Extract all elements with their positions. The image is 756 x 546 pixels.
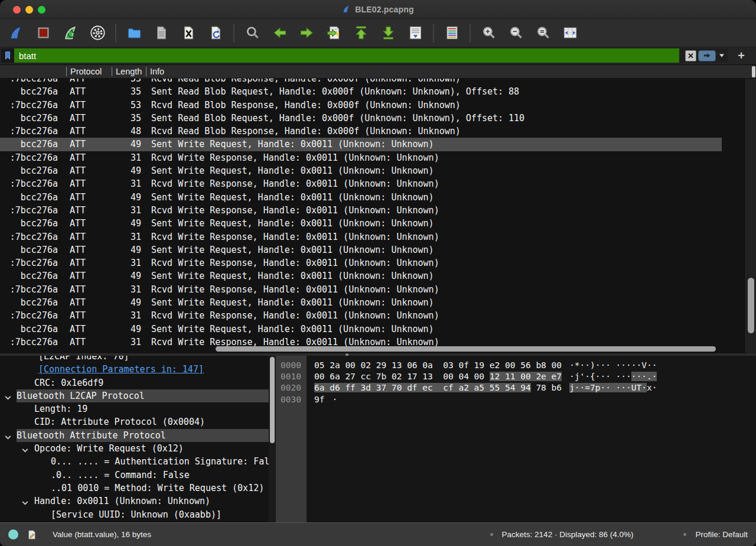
resize-columns-button[interactable] [559, 22, 581, 44]
packet-source: :7bcc276a [0, 125, 66, 138]
packet-protocol: ATT [66, 204, 112, 217]
hex-row[interactable]: 00309f· [276, 394, 756, 405]
hex-row[interactable]: 00206a d6 ff 3d 37 70 df ec cf a2 a5 55 … [276, 382, 756, 394]
packet-protocol: ATT [66, 151, 112, 164]
magnifier-icon [245, 25, 260, 41]
titlebar[interactable]: BLE02.pcapng [0, 0, 756, 19]
minimize-window-button[interactable] [25, 6, 33, 14]
open-file-button[interactable] [123, 22, 145, 44]
first-packet-button[interactable] [350, 22, 372, 44]
hex-row[interactable]: 000005 2a 00 02 29 13 06 0a 03 0f 19 e2 … [276, 360, 756, 371]
packet-row[interactable]: bcc276aATT35Sent Read Blob Request, Hand… [0, 112, 722, 125]
packet-row[interactable]: bcc276aATT35Sent Read Blob Request, Hand… [0, 85, 722, 98]
filter-apply-button[interactable] [698, 50, 716, 61]
packet-row[interactable]: :7bcc276aATT31Rcvd Write Response, Handl… [0, 283, 722, 296]
capture-options-button[interactable] [87, 22, 108, 44]
detail-scrollbar-thumb[interactable] [270, 357, 275, 443]
go-forward-button[interactable] [296, 22, 317, 44]
expert-info-icon[interactable] [8, 529, 18, 540]
save-file-button[interactable] [151, 22, 172, 44]
packet-row[interactable]: :7bcc276aATT31Rcvd Write Response, Handl… [0, 204, 722, 217]
profile-selector[interactable]: Profile: Default [695, 530, 748, 539]
zoom-out-button[interactable] [505, 22, 526, 44]
expand-chevron-icon[interactable] [4, 392, 12, 400]
detail-tree-row[interactable]: Length: 19 [0, 402, 269, 415]
packet-row[interactable]: :7bcc276aATT31Rcvd Write Response, Handl… [0, 151, 722, 164]
restart-capture-button[interactable] [60, 22, 81, 44]
expand-chevron-icon[interactable] [21, 498, 29, 505]
packet-row[interactable]: :7bcc276aATT53Rcvd Read Blob Response, H… [0, 79, 722, 85]
last-packet-button[interactable] [377, 22, 399, 44]
column-header-source[interactable] [0, 67, 66, 76]
go-to-packet-button[interactable] [323, 22, 344, 44]
filter-clear-button[interactable]: ✕ [685, 50, 696, 61]
filter-bookmark-button[interactable] [1, 48, 14, 63]
find-packet-button[interactable] [242, 22, 263, 44]
stop-capture-button[interactable] [32, 22, 54, 44]
hex-bytes: 6a d6 ff 3d 37 70 df ec cf a2 a5 55 54 9… [314, 382, 562, 394]
packet-length: 49 [112, 296, 146, 309]
maximize-window-button[interactable] [38, 6, 45, 14]
close-file-button[interactable] [178, 22, 199, 44]
detail-row-label: 0... .... = Authentication Signature: Fa… [51, 455, 269, 468]
detail-tree-row[interactable]: [Service UUID: Unknown (0xaabb)] [0, 508, 269, 521]
column-header-info[interactable]: Info [146, 67, 756, 76]
detail-tree-row[interactable]: CID: Attribute Protocol (0x0004) [0, 415, 269, 428]
packet-list-vertical-scrollbar[interactable] [745, 79, 756, 353]
column-header-length[interactable]: Length [112, 67, 146, 76]
header-corner-widget[interactable] [752, 66, 755, 77]
detail-tree-row[interactable]: .0.. .... = Command: False [0, 469, 269, 482]
auto-scroll-button[interactable] [405, 22, 426, 44]
packet-row[interactable]: :7bcc276aATT53Rcvd Read Blob Response, H… [0, 99, 722, 112]
detail-tree-row[interactable]: Bluetooth L2CAP Protocol [0, 389, 269, 402]
packet-info: Rcvd Write Response, Handle: 0x0011 (Unk… [146, 177, 722, 190]
filter-add-button[interactable]: + [728, 48, 755, 63]
packet-row[interactable]: bcc276aATT49Sent Write Request, Handle: … [0, 217, 722, 230]
filter-history-dropdown[interactable] [718, 53, 726, 58]
packet-info: Rcvd Read Blob Response, Handle: 0x000f … [146, 79, 722, 85]
packet-source: bcc276a [0, 85, 66, 98]
detail-tree-row[interactable]: Bluetooth Attribute Protocol [0, 429, 269, 442]
window-title-group: BLE02.pcapng [342, 4, 414, 14]
packet-row[interactable]: bcc276aATT49Sent Write Request, Handle: … [0, 243, 722, 256]
packet-row[interactable]: bcc276aATT49Sent Write Request, Handle: … [0, 164, 722, 177]
detail-tree-row[interactable]: Opcode: Write Request (0x12) [0, 442, 269, 455]
packet-length: 31 [112, 177, 146, 190]
expand-chevron-icon[interactable] [4, 432, 12, 440]
packet-row[interactable]: bcc276aATT49Sent Write Request, Handle: … [0, 191, 722, 204]
hex-row[interactable]: 001000 6a 27 cc 7b 02 17 13 00 04 00 12 … [276, 371, 756, 382]
packet-list-horizontal-scrollbar[interactable] [216, 346, 716, 352]
close-window-button[interactable] [13, 6, 21, 14]
expand-chevron-icon[interactable] [21, 445, 29, 453]
detail-pane-scrollbar[interactable] [269, 356, 276, 522]
packet-row[interactable]: bcc276aATT49Sent Write Request, Handle: … [0, 296, 722, 309]
packet-length: 49 [112, 323, 146, 336]
zoom-100-button[interactable] [532, 22, 553, 44]
detail-link-row[interactable]: [Connection Parameters in: 147] [0, 363, 269, 376]
packet-row[interactable]: :7bcc276aATT31Rcvd Write Response, Handl… [0, 230, 722, 243]
packet-row[interactable]: bcc276aATT49Sent Write Request, Handle: … [0, 138, 722, 151]
packet-row[interactable]: bcc276aATT49Sent Write Request, Handle: … [0, 323, 722, 336]
packet-row[interactable]: :7bcc276aATT48Rcvd Read Blob Response, H… [0, 125, 722, 138]
packet-row[interactable]: :7bcc276aATT31Rcvd Write Response, Handl… [0, 309, 722, 322]
packet-row[interactable]: :7bcc276aATT31Rcvd Write Response, Handl… [0, 256, 722, 269]
detail-tree-row[interactable]: ..01 0010 = Method: Write Request (0x12) [0, 482, 269, 495]
go-back-button[interactable] [269, 22, 290, 44]
detail-tree-row[interactable]: CRC: 0x1e6df9 [0, 376, 269, 389]
zoom-in-button[interactable] [478, 22, 499, 44]
detail-tree-row[interactable]: [L2CAP Index: 70] [0, 356, 269, 363]
column-header-protocol[interactable]: Protocol [66, 67, 112, 76]
display-filter-input[interactable]: btatt [14, 48, 679, 63]
reload-file-button[interactable] [205, 22, 226, 44]
detail-tree-row[interactable]: Handle: 0x0011 (Unknown: Unknown) [0, 495, 269, 508]
filter-bar: btatt ✕ + [0, 47, 756, 65]
packet-row[interactable]: bcc276aATT49Sent Write Request, Handle: … [0, 269, 722, 282]
hex-ascii: j··=7p·· ···UT·x· [569, 382, 657, 394]
colorize-packets-button[interactable] [441, 22, 462, 44]
packet-row[interactable]: :7bcc276aATT31Rcvd Write Response, Handl… [0, 177, 722, 190]
vertical-scrollbar-thumb[interactable] [748, 278, 754, 333]
start-capture-button[interactable] [5, 22, 27, 44]
detail-tree-row[interactable]: 0... .... = Authentication Signature: Fa… [0, 455, 269, 468]
capture-comment-button[interactable] [27, 529, 37, 540]
packet-protocol: ATT [66, 217, 112, 230]
